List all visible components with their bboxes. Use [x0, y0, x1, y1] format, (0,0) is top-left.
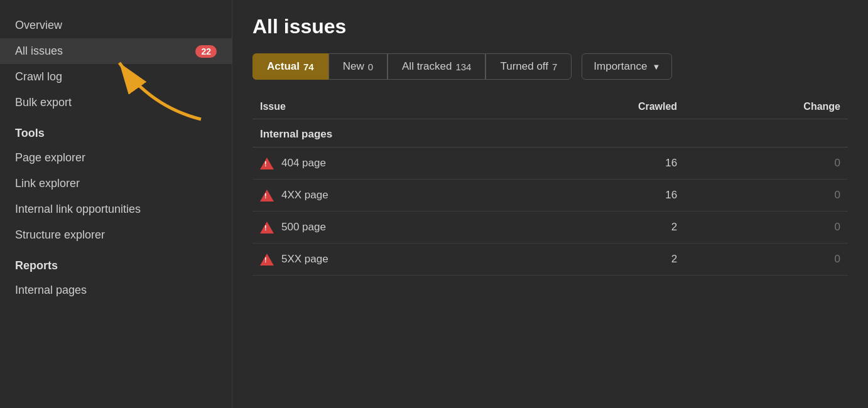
sidebar-item-label: Internal link opportunities	[15, 203, 141, 216]
sidebar-item-all-issues[interactable]: All issues 22	[0, 38, 232, 64]
column-crawled: Crawled	[514, 95, 685, 119]
sidebar-item-page-explorer[interactable]: Page explorer	[0, 145, 232, 171]
issue-cell: 4XX page	[252, 180, 514, 212]
tab-all-tracked[interactable]: All tracked 134	[388, 53, 486, 80]
reports-section-title: Reports	[0, 248, 232, 277]
sidebar-item-label: Link explorer	[15, 177, 80, 190]
issue-name: 4XX page	[281, 189, 328, 201]
sidebar-item-label: Bulk export	[15, 96, 72, 109]
change-value: 0	[685, 244, 848, 276]
tab-new-label: New	[343, 60, 364, 73]
issue-cell: 5XX page	[252, 244, 514, 276]
main-content: All issues Actual 74 New 0 All tracked 1…	[232, 0, 868, 408]
issue-name: 5XX page	[281, 253, 328, 266]
change-value: 0	[685, 148, 848, 180]
sidebar-item-label: Page explorer	[15, 151, 85, 164]
tools-section-title: Tools	[0, 115, 232, 145]
sidebar-item-label: Overview	[15, 19, 62, 32]
sidebar-item-internal-link-opportunities[interactable]: Internal link opportunities	[0, 196, 232, 222]
issue-name: 404 page	[281, 157, 326, 169]
sidebar: Overview All issues 22 Crawl log Bulk ex…	[0, 0, 232, 408]
tab-turned-off[interactable]: Turned off 7	[486, 53, 572, 80]
sidebar-item-label: All issues	[15, 45, 63, 58]
section-header-label: Internal pages	[252, 119, 848, 148]
chevron-down-icon: ▼	[652, 62, 660, 72]
sidebar-item-crawl-log[interactable]: Crawl log	[0, 64, 232, 90]
column-change: Change	[685, 95, 848, 119]
page-title: All issues	[252, 15, 848, 38]
tab-actual-count: 74	[303, 62, 314, 72]
issue-cell: 500 page	[252, 212, 514, 244]
tab-turned-off-count: 7	[552, 62, 557, 72]
table-section-header: Internal pages	[252, 119, 848, 148]
importance-label: Importance	[594, 60, 647, 73]
crawled-value: 2	[514, 212, 685, 244]
change-value: 0	[685, 180, 848, 212]
sidebar-item-label: Crawl log	[15, 70, 62, 83]
sidebar-item-overview[interactable]: Overview	[0, 13, 232, 38]
issue-name: 500 page	[281, 221, 326, 234]
warning-icon	[260, 188, 274, 202]
table-header-row: Issue Crawled Change	[252, 95, 848, 119]
sidebar-item-label: Structure explorer	[15, 228, 105, 242]
tab-all-tracked-count: 134	[455, 62, 471, 72]
sidebar-badge-all-issues: 22	[195, 45, 217, 58]
tab-new-count: 0	[368, 62, 373, 72]
table-row[interactable]: 4XX page 16 0	[252, 180, 848, 212]
crawled-value: 16	[514, 148, 685, 180]
warning-icon	[260, 252, 274, 266]
column-issue: Issue	[252, 95, 514, 119]
warning-icon	[260, 220, 274, 234]
sidebar-item-link-explorer[interactable]: Link explorer	[0, 171, 232, 196]
sidebar-item-internal-pages[interactable]: Internal pages	[0, 277, 232, 303]
warning-icon	[260, 156, 274, 170]
sidebar-item-label: Internal pages	[15, 284, 87, 297]
sidebar-item-bulk-export[interactable]: Bulk export	[0, 90, 232, 115]
table-row[interactable]: 404 page 16 0	[252, 148, 848, 180]
crawled-value: 2	[514, 244, 685, 276]
change-value: 0	[685, 212, 848, 244]
issues-table: Issue Crawled Change Internal pages 404 …	[252, 95, 848, 276]
importance-dropdown[interactable]: Importance ▼	[582, 53, 672, 80]
tab-actual[interactable]: Actual 74	[252, 53, 328, 80]
table-row[interactable]: 5XX page 2 0	[252, 244, 848, 276]
table-row[interactable]: 500 page 2 0	[252, 212, 848, 244]
crawled-value: 16	[514, 180, 685, 212]
sidebar-item-structure-explorer[interactable]: Structure explorer	[0, 222, 232, 248]
tab-actual-label: Actual	[267, 60, 300, 73]
tab-all-tracked-label: All tracked	[402, 60, 452, 73]
tab-turned-off-label: Turned off	[500, 60, 548, 73]
tab-new[interactable]: New 0	[328, 53, 388, 80]
issue-cell: 404 page	[252, 148, 514, 180]
tabs-row: Actual 74 New 0 All tracked 134 Turned o…	[252, 53, 848, 80]
